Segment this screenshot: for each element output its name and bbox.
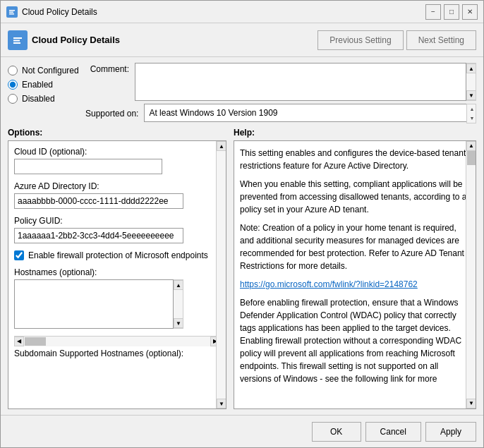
toolbar-title: Cloud Policy Details <box>32 35 120 45</box>
footer: OK Cancel Apply <box>1 415 483 447</box>
options-scroll-down[interactable]: ▼ <box>217 399 226 408</box>
subdomain-label: Subdomain Supported Hostnames (optional)… <box>14 349 220 358</box>
azure-ad-field: Azure AD Directory ID: <box>14 181 220 209</box>
policy-guid-field: Policy GUID: <box>14 216 220 243</box>
panels-row: Options: Cloud ID (optional): Azure AD D… <box>8 128 476 409</box>
cancel-button[interactable]: Cancel <box>365 422 421 442</box>
toolbar-icon <box>8 30 28 50</box>
svg-rect-1 <box>9 10 15 11</box>
nav-buttons: Previous Setting Next Setting <box>317 30 476 50</box>
horiz-scroll-thumb[interactable] <box>25 337 46 346</box>
hostnames-scroll-up[interactable]: ▲ <box>174 280 183 290</box>
supported-label: Supported on: <box>85 109 144 119</box>
radio-disabled-input[interactable] <box>8 94 18 104</box>
radio-not-configured-input[interactable] <box>8 66 18 75</box>
comment-scroll-up[interactable]: ▲ <box>466 63 476 73</box>
right-panel: Help: This setting enables and configure… <box>234 128 476 409</box>
policy-guid-label: Policy GUID: <box>14 216 220 226</box>
help-para-0: This setting enables and configures the … <box>240 147 470 172</box>
help-scrollbar: ▲ ▼ <box>466 141 476 408</box>
toolbar: Cloud Policy Details Previous Setting Ne… <box>1 23 483 57</box>
options-scroll-up[interactable]: ▲ <box>217 141 226 151</box>
firewall-checkbox[interactable] <box>14 250 24 260</box>
minimize-button[interactable]: − <box>425 4 441 20</box>
hostnames-field: Hostnames (optional): ▲ ▼ <box>14 267 220 329</box>
toolbar-icon-area: Cloud Policy Details <box>8 30 120 50</box>
help-link-para: https://go.microsoft.com/fwlink/?linkid=… <box>240 278 470 291</box>
main-window: Cloud Policy Details − □ ✕ Cloud Policy … <box>0 0 484 448</box>
apply-button[interactable]: Apply <box>425 422 476 442</box>
title-bar-controls: − □ ✕ <box>425 4 478 20</box>
content-area: Not Configured Enabled Disabled Comment: <box>1 57 483 415</box>
cloud-id-input[interactable] <box>14 159 162 174</box>
comment-row: Comment: ▲ ▼ <box>85 63 476 101</box>
comment-textarea[interactable] <box>135 63 466 101</box>
restore-button[interactable]: □ <box>444 4 459 20</box>
comment-area-wrapper: ▲ ▼ <box>135 63 476 101</box>
title-bar-left: Cloud Policy Details <box>6 6 97 18</box>
hostnames-scroll-down[interactable]: ▼ <box>174 318 183 328</box>
options-scroll-track <box>217 151 226 399</box>
cloud-id-field: Cloud ID (optional): <box>14 147 220 174</box>
horiz-scroll-left[interactable]: ◀ <box>14 337 24 346</box>
help-scroll-thumb[interactable] <box>467 151 476 165</box>
close-button[interactable]: ✕ <box>462 4 478 20</box>
window-icon <box>6 6 18 18</box>
radio-not-configured-label: Not Configured <box>22 66 79 75</box>
left-panel: Options: Cloud ID (optional): Azure AD D… <box>8 128 226 409</box>
help-para-4: Before enabling firewall protection, ens… <box>240 296 470 385</box>
window-title: Cloud Policy Details <box>22 7 97 17</box>
svg-rect-6 <box>13 40 20 41</box>
cloud-id-label: Cloud ID (optional): <box>14 147 220 157</box>
options-box: Cloud ID (optional): Azure AD Directory … <box>8 140 226 409</box>
comment-scroll-down[interactable]: ▼ <box>466 90 476 100</box>
radio-disabled[interactable]: Disabled <box>8 94 85 104</box>
title-bar: Cloud Policy Details − □ ✕ <box>1 1 483 23</box>
hostnames-label: Hostnames (optional): <box>14 267 220 277</box>
help-para-1: When you enable this setting, compliant … <box>240 178 470 216</box>
radio-disabled-label: Disabled <box>22 94 55 104</box>
firewall-checkbox-label: Enable firewall protection of Microsoft … <box>28 250 208 260</box>
ok-button[interactable]: OK <box>312 422 361 442</box>
svg-rect-5 <box>13 37 22 39</box>
comment-supported-area: Comment: ▲ ▼ Supported on: <box>85 63 476 123</box>
supported-value-input <box>144 104 466 122</box>
policy-guid-input[interactable] <box>14 228 183 243</box>
help-scroll-track <box>466 151 476 399</box>
radio-group: Not Configured Enabled Disabled <box>8 63 85 123</box>
radio-enabled-label: Enabled <box>22 80 53 90</box>
supported-scrollbar: ▲ ▼ <box>466 104 476 123</box>
help-para-2: Note: Creation of a policy in your home … <box>240 222 470 272</box>
supported-row: Supported on: ▲ ▼ <box>85 104 476 123</box>
comment-label: Comment: <box>85 63 135 74</box>
svg-rect-3 <box>9 13 14 15</box>
radio-not-configured[interactable]: Not Configured <box>8 66 85 75</box>
firewall-checkbox-row: Enable firewall protection of Microsoft … <box>14 250 220 260</box>
help-label: Help: <box>234 128 476 138</box>
top-section: Not Configured Enabled Disabled Comment: <box>8 63 476 123</box>
previous-setting-button[interactable]: Previous Setting <box>317 30 403 50</box>
svg-rect-2 <box>9 11 13 13</box>
help-box: This setting enables and configures the … <box>234 140 476 409</box>
hostnames-textarea[interactable] <box>14 279 174 329</box>
horiz-scroll-track <box>24 337 210 346</box>
comment-scroll-track <box>466 73 476 90</box>
comment-scrollbar: ▲ ▼ <box>466 63 476 101</box>
azure-ad-input[interactable] <box>14 193 183 209</box>
azure-ad-label: Azure AD Directory ID: <box>14 181 220 191</box>
hostnames-textarea-outer: ▲ ▼ <box>14 279 183 329</box>
help-scroll-down[interactable]: ▼ <box>466 399 476 408</box>
supported-scroll-down[interactable]: ▼ <box>467 114 477 123</box>
options-label: Options: <box>8 128 226 138</box>
hostnames-scrollbar: ▲ ▼ <box>174 279 183 329</box>
help-link[interactable]: https://go.microsoft.com/fwlink/?linkid=… <box>240 279 418 289</box>
options-scrollbar: ▲ ▼ <box>216 141 226 408</box>
radio-enabled-input[interactable] <box>8 80 18 90</box>
hostnames-scroll-track <box>174 290 183 318</box>
radio-enabled[interactable]: Enabled <box>8 80 85 90</box>
next-setting-button[interactable]: Next Setting <box>406 30 476 50</box>
svg-rect-7 <box>13 42 20 44</box>
supported-scroll-up[interactable]: ▲ <box>467 104 477 114</box>
hostnames-wrap: ▲ ▼ <box>14 279 183 329</box>
help-scroll-up[interactable]: ▲ <box>466 141 476 151</box>
